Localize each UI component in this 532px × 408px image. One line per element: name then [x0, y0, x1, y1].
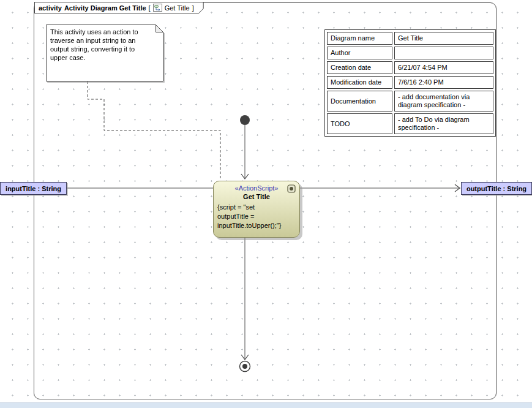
info-value-cell[interactable]: Get Title: [394, 32, 493, 45]
info-value: 7/6/16 2:40 PM: [398, 78, 444, 86]
action-stereotype: «ActionScript»: [214, 184, 299, 192]
frame-bracket-close: ]: [192, 4, 194, 12]
table-row: Documentation - add documentation via di…: [327, 91, 493, 111]
info-label: Creation date: [331, 64, 371, 71]
note-text: This activity uses an action to traverse…: [50, 28, 154, 62]
frame-header-tab[interactable]: activity Activity Diagram Get Title [ Ge…: [34, 2, 204, 13]
action-name: Get Title: [214, 193, 299, 200]
info-value: 6/21/07 4:54 PM: [398, 64, 448, 71]
table-row: Modification date 7/6/16 2:40 PM: [327, 76, 493, 89]
info-value-cell[interactable]: - add documentation via diagram specific…: [394, 91, 493, 111]
info-label-cell[interactable]: Documentation: [327, 91, 392, 111]
info-label-cell[interactable]: Creation date: [327, 61, 392, 74]
input-parameter-label: inputTitle : String: [6, 185, 61, 192]
info-value-cell[interactable]: [394, 47, 493, 59]
info-label: TODO: [331, 120, 350, 127]
action-script-body: {script = "set outputTitle = inputTitle.…: [217, 203, 296, 230]
table-row: TODO - add To Do via diagram specificati…: [327, 113, 493, 134]
info-label-cell[interactable]: Modification date: [327, 76, 392, 89]
diagram-info-table[interactable]: Diagram name Get Title Author Creation d…: [324, 29, 496, 137]
script-line: {script = "set: [217, 203, 296, 212]
frame-bracket-open: [: [149, 4, 151, 12]
info-value-cell[interactable]: 6/21/07 4:54 PM: [394, 61, 493, 74]
script-line: outputTitle =: [217, 212, 296, 221]
info-label: Documentation: [331, 97, 376, 105]
table-row: Diagram name Get Title: [327, 32, 493, 45]
diagram-canvas[interactable]: This activity uses an action to traverse…: [0, 0, 532, 408]
frame-keyword: activity: [39, 4, 62, 12]
info-value-cell[interactable]: 7/6/16 2:40 PM: [394, 76, 493, 89]
info-label: Modification date: [331, 78, 381, 86]
output-parameter-node[interactable]: outputTitle : String: [461, 182, 532, 195]
output-parameter-label: outputTitle : String: [466, 185, 526, 192]
action-get-title[interactable]: «ActionScript» Get Title {script = "set …: [213, 181, 300, 238]
info-value: Get Title: [398, 34, 423, 42]
info-label-cell[interactable]: Author: [327, 47, 392, 59]
info-value: - add To Do via diagram specification -: [398, 116, 470, 131]
frame-content-name: Get Title: [165, 4, 190, 12]
input-parameter-node[interactable]: inputTitle : String: [0, 182, 67, 195]
documentation-note[interactable]: This activity uses an action to traverse…: [46, 25, 163, 81]
horizontal-scrollbar[interactable]: [0, 402, 532, 408]
info-label: Diagram name: [331, 34, 375, 42]
info-label: Author: [331, 49, 350, 56]
frame-diagram-name: Activity Diagram Get Title: [64, 4, 146, 12]
info-value: - add documentation via diagram specific…: [398, 93, 470, 108]
script-line: inputTitle.toUpper();"}: [217, 221, 296, 230]
note-fold-corner: [156, 25, 163, 32]
table-row: Creation date 6/21/07 4:54 PM: [327, 61, 493, 74]
table-row: Author: [327, 47, 493, 59]
activity-diagram-icon: [153, 4, 162, 12]
action-script-icon: [287, 184, 296, 193]
info-value-cell[interactable]: - add To Do via diagram specification -: [394, 113, 493, 134]
info-label-cell[interactable]: Diagram name: [327, 32, 392, 45]
info-label-cell[interactable]: TODO: [327, 113, 392, 134]
